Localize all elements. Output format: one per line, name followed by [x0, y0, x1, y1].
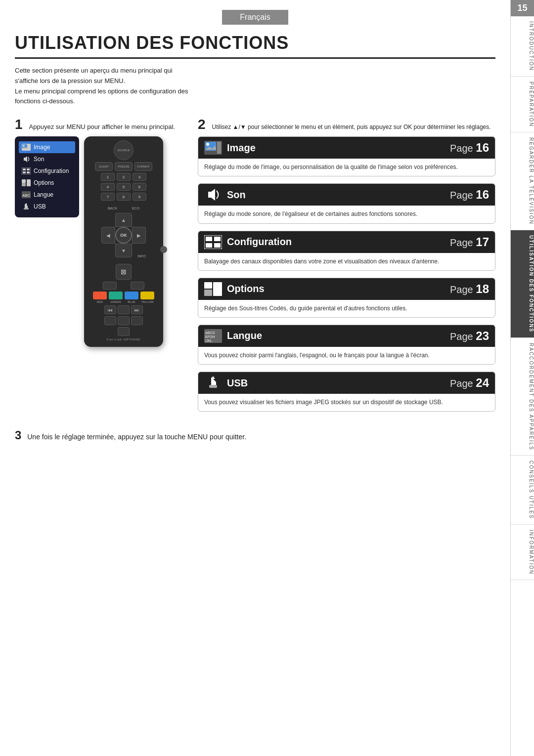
- sidebar-item-regarder: REGARDER LA TÉLÉVISION: [511, 132, 534, 230]
- feature-card-usb: USB Page 24 Vous pouvez visualiser les f…: [198, 372, 495, 412]
- blank-btn1[interactable]: [103, 282, 117, 290]
- remote-container: SOURCE SLEEP FREEZE FO: [84, 136, 163, 347]
- langue-card-icon: ABCD EFGH IJKL: [204, 329, 222, 343]
- btn-7[interactable]: 7: [101, 193, 115, 201]
- green-label: GREEN: [110, 300, 121, 303]
- usb-icon: [22, 203, 31, 210]
- svg-rect-23: [204, 282, 212, 289]
- svg-rect-4: [23, 168, 26, 170]
- ok-button[interactable]: OK: [115, 227, 132, 244]
- content-columns: 1 Appuyez sur MENU pour afficher le menu…: [15, 117, 495, 419]
- red-button[interactable]: [93, 292, 107, 299]
- feature-card-usb-header: USB Page 24: [198, 372, 495, 394]
- svg-rect-22: [214, 243, 221, 248]
- nav-blank2[interactable]: [104, 316, 116, 325]
- dpad-right[interactable]: ▶: [132, 227, 146, 244]
- svg-rect-13: [24, 208, 29, 210]
- dpad-left[interactable]: ◀: [101, 227, 115, 244]
- options-card-body: Réglage des Sous-titres Codés, du guide …: [198, 300, 495, 317]
- feature-card-langue: ABCD EFGH IJKL Langue Page 23 Vous pouve…: [198, 325, 495, 365]
- btn-3[interactable]: 3: [133, 173, 146, 181]
- menu-item-usb[interactable]: USB: [19, 201, 75, 212]
- page-number: 15: [511, 0, 534, 16]
- blue-button[interactable]: [125, 292, 138, 299]
- svg-rect-24: [204, 290, 212, 296]
- format-button[interactable]: FORMAT: [134, 162, 152, 171]
- nav-row3: [118, 327, 130, 336]
- language-header: Français: [15, 10, 495, 25]
- yellow-label: YELLOW: [141, 300, 153, 303]
- menu-item-options[interactable]: Options: [19, 177, 75, 189]
- svg-rect-21: [206, 243, 212, 248]
- svg-rect-8: [22, 179, 26, 183]
- sidebar: 15 INTRODUCTION PRÉPARATION REGARDER LA …: [510, 0, 534, 756]
- dpad-wrapper: BACK ECO ▲ ▼ ◀: [101, 207, 146, 258]
- nav-blank4[interactable]: [131, 316, 143, 325]
- green-button[interactable]: [109, 292, 123, 299]
- configuration-card-title: Configuration: [227, 236, 445, 248]
- btn-4[interactable]: 4: [101, 183, 115, 191]
- menu-item-langue-label: Langue: [34, 191, 53, 198]
- son-card-title: Son: [227, 189, 445, 201]
- options-card-icon: [204, 282, 222, 296]
- btn-1[interactable]: 1: [101, 173, 115, 181]
- usb-card-page: Page 24: [450, 376, 489, 390]
- son-card-icon: [204, 188, 222, 202]
- menu-item-configuration[interactable]: Configuration: [19, 165, 75, 177]
- dpad-down[interactable]: ▼: [115, 244, 132, 257]
- langue-card-title: Langue: [227, 330, 445, 341]
- blank-btn2[interactable]: [131, 282, 144, 290]
- nav-row2: [104, 316, 143, 325]
- son-icon: [22, 156, 31, 163]
- menu-item-image[interactable]: Image: [19, 141, 75, 153]
- dpad-up[interactable]: ▲: [115, 213, 132, 227]
- yellow-button[interactable]: [140, 292, 154, 299]
- prev-button[interactable]: ⏮: [104, 305, 116, 314]
- sleep-button[interactable]: SLEEP: [95, 162, 113, 171]
- feature-card-son-header: Son Page 16: [198, 184, 495, 206]
- sidebar-item-raccordement: RACCORDEMENT DES APPAREILS: [511, 338, 534, 456]
- btn-8[interactable]: 8: [117, 193, 131, 201]
- nav-blank3[interactable]: [118, 316, 130, 325]
- sidebar-item-introduction: INTRODUCTION: [511, 16, 534, 77]
- configuration-card-icon: [204, 235, 222, 249]
- options-card-page: Page 18: [450, 282, 489, 296]
- btn-6[interactable]: 6: [133, 183, 146, 191]
- usb-card-body: Vous pouvez visualiser les fichiers imag…: [198, 394, 495, 411]
- feature-card-image: Image Page 16 Réglage du mode de l'image…: [198, 136, 495, 176]
- menu-item-langue[interactable]: ABC Langue: [19, 189, 75, 201]
- options-card-title: Options: [227, 283, 445, 294]
- main-content: Français UTILISATION DES FONCTIONS Cette…: [0, 0, 510, 457]
- image-card-icon: [204, 141, 222, 155]
- svg-rect-7: [27, 171, 30, 173]
- svg-rect-17: [217, 142, 221, 154]
- mute-button[interactable]: ⊠: [116, 264, 132, 280]
- language-tab: Français: [222, 10, 288, 25]
- left-column: 1 Appuyez sur MENU pour afficher le menu…: [15, 117, 183, 347]
- freeze-button[interactable]: FREEZE: [115, 162, 133, 171]
- langue-icon: ABC: [22, 191, 31, 198]
- color-buttons-row: RED GREEN BLUE: [87, 292, 160, 303]
- source-button[interactable]: SOURCE: [114, 140, 134, 160]
- menu-item-son[interactable]: Son: [19, 153, 75, 165]
- usb-card-icon: [204, 376, 222, 390]
- sidebar-item-utilisation: UTILISATION DES FONCTIONS: [511, 230, 534, 338]
- nav-blank5[interactable]: [118, 327, 130, 336]
- num-row1: 1 2 3: [87, 173, 160, 181]
- source-label: SOURCE: [117, 149, 130, 152]
- top-buttons-row: SLEEP FREEZE FORMAT: [87, 162, 160, 171]
- remote-top-row: SOURCE: [87, 140, 160, 160]
- btn-9[interactable]: 9: [133, 193, 146, 201]
- btn-2[interactable]: 2: [117, 173, 131, 181]
- dpad: ▲ ▼ ◀ ▶: [101, 213, 146, 257]
- remote-menu-container: Image Son: [15, 136, 183, 347]
- menu-item-options-label: Options: [34, 179, 54, 186]
- connector-dot: [160, 246, 167, 253]
- image-icon: [22, 144, 31, 151]
- step1-text: Appuyez sur MENU pour afficher le menu p…: [29, 123, 175, 130]
- nav-blank1[interactable]: [118, 305, 130, 314]
- next-button[interactable]: ⏭: [131, 305, 143, 314]
- remote-control: SOURCE SLEEP FREEZE FO: [84, 136, 163, 347]
- tv-menu: Image Son: [15, 136, 79, 217]
- btn-5[interactable]: 5: [117, 183, 131, 191]
